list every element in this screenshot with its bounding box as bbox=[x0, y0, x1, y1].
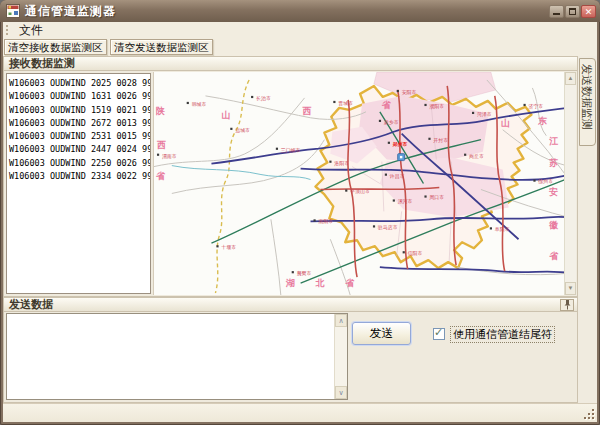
svg-text:西: 西 bbox=[302, 106, 312, 116]
svg-text:平顶山市: 平顶山市 bbox=[350, 188, 370, 194]
svg-text:江: 江 bbox=[548, 136, 558, 146]
menu-bar: 文件 bbox=[3, 22, 597, 39]
svg-text:南阳市: 南阳市 bbox=[318, 218, 333, 225]
map-scrollbar[interactable]: ▲ ▼ bbox=[564, 72, 576, 295]
client-area: 文件 清空接收数据监测区 清空发送数据监测区 接收数据监测 W106003 OU… bbox=[3, 22, 597, 422]
svg-text:三门峡市: 三门峡市 bbox=[281, 147, 301, 153]
svg-text:陕: 陕 bbox=[156, 106, 165, 116]
svg-text:洛阳市: 洛阳市 bbox=[334, 160, 349, 167]
svg-text:襄樊市: 襄樊市 bbox=[297, 270, 312, 277]
receive-line[interactable]: W106003 OUDWIND 2672 0013 99 bbox=[9, 117, 150, 130]
receive-panel-body: W106003 OUDWIND 2025 0028 99W106003 OUDW… bbox=[3, 71, 578, 297]
svg-text:周口市: 周口市 bbox=[429, 194, 444, 201]
pin-button[interactable] bbox=[560, 299, 574, 311]
send-panel-caption: 发送数据 bbox=[3, 297, 578, 312]
send-panel-body: ∧ ∨ 发送 ✓ 使用通信管道结尾符 bbox=[3, 312, 578, 403]
map-panel: 山西省陕西省山东江苏湖北省安徽省韩城市长治市晋城市运城市渭南市三门峡市洛阳市郑州… bbox=[153, 72, 576, 295]
receive-line[interactable]: W106003 OUDWIND 2250 0026 99 bbox=[9, 157, 150, 170]
send-monitor-tab-label: 发送数据监测 bbox=[579, 64, 594, 144]
pin-icon bbox=[563, 300, 572, 310]
receive-line[interactable]: W106003 OUDWIND 2447 0024 99 bbox=[9, 143, 150, 156]
svg-text:安: 安 bbox=[548, 187, 558, 197]
svg-text:湖: 湖 bbox=[286, 278, 295, 288]
svg-text:济宁市: 济宁市 bbox=[528, 103, 543, 110]
send-input[interactable] bbox=[7, 314, 334, 399]
svg-text:省: 省 bbox=[382, 100, 392, 110]
receive-line[interactable]: W106003 OUDWIND 1631 0026 99 bbox=[9, 90, 150, 103]
scroll-down-icon[interactable]: ∨ bbox=[335, 386, 347, 399]
svg-text:渭南市: 渭南市 bbox=[162, 153, 177, 160]
menu-item-file[interactable]: 文件 bbox=[11, 22, 51, 39]
minimize-button[interactable] bbox=[549, 5, 564, 18]
svg-text:新乡市: 新乡市 bbox=[384, 119, 399, 125]
receive-line[interactable]: W106003 OUDWIND 1519 0021 99 bbox=[9, 104, 150, 117]
henan-map-image: 山西省陕西省山东江苏湖北省安徽省韩城市长治市晋城市运城市渭南市三门峡市洛阳市郑州… bbox=[154, 72, 576, 295]
close-button[interactable]: ✕ bbox=[581, 5, 596, 18]
svg-text:山: 山 bbox=[501, 118, 510, 128]
title-bar[interactable]: 通信管道监测器 ✕ bbox=[0, 0, 600, 22]
resize-grip[interactable] bbox=[583, 408, 595, 420]
svg-text:许昌市: 许昌市 bbox=[389, 173, 405, 179]
status-bar bbox=[3, 403, 597, 422]
send-panel-title: 发送数据 bbox=[9, 298, 53, 310]
send-button[interactable]: 发送 bbox=[352, 322, 411, 345]
svg-text:东: 东 bbox=[537, 116, 547, 126]
svg-text:省: 省 bbox=[549, 251, 559, 261]
svg-text:省: 省 bbox=[156, 171, 166, 181]
svg-text:濮阳市: 濮阳市 bbox=[429, 103, 444, 110]
tool-bar: 清空接收数据监测区 清空发送数据监测区 bbox=[3, 39, 597, 56]
receive-line[interactable]: W106003 OUDWIND 2334 0022 99 bbox=[9, 170, 150, 183]
receive-panel-caption: 接收数据监测 bbox=[3, 56, 578, 71]
receive-line[interactable]: W106003 OUDWIND 2531 0015 99 bbox=[9, 130, 150, 143]
svg-text:徽: 徽 bbox=[548, 220, 559, 230]
svg-text:北: 北 bbox=[314, 278, 325, 288]
svg-text:驻马店市: 驻马店市 bbox=[378, 224, 398, 231]
dock-area: 接收数据监测 W106003 OUDWIND 2025 0028 99W1060… bbox=[3, 56, 597, 403]
maximize-button[interactable] bbox=[565, 5, 580, 18]
svg-text:苏: 苏 bbox=[548, 158, 558, 168]
clear-send-button[interactable]: 清空发送数据监测区 bbox=[110, 39, 213, 55]
svg-text:省: 省 bbox=[345, 278, 355, 288]
svg-text:阜阳市: 阜阳市 bbox=[495, 226, 510, 233]
scroll-up-icon[interactable]: ∧ bbox=[335, 314, 347, 327]
svg-text:郑州市: 郑州市 bbox=[392, 141, 408, 147]
svg-text:徐州市: 徐州市 bbox=[537, 178, 553, 185]
svg-text:商丘市: 商丘市 bbox=[469, 153, 484, 159]
svg-text:晋城市: 晋城市 bbox=[338, 100, 353, 106]
svg-text:韩城市: 韩城市 bbox=[192, 101, 207, 107]
receive-panel-title: 接收数据监测 bbox=[9, 57, 75, 69]
send-panel: 发送数据 ∧ ∨ bbox=[3, 297, 578, 403]
terminator-checkbox[interactable]: ✓ bbox=[433, 328, 445, 340]
svg-text:菏泽市: 菏泽市 bbox=[477, 111, 492, 118]
send-textbox-frame: ∧ ∨ bbox=[6, 313, 348, 400]
dock-tab-strip: 发送数据监测 bbox=[578, 56, 597, 403]
receive-panel: 接收数据监测 W106003 OUDWIND 2025 0028 99W1060… bbox=[3, 56, 578, 297]
svg-text:运城市: 运城市 bbox=[235, 127, 250, 133]
svg-text:山: 山 bbox=[221, 110, 230, 120]
send-monitor-tab[interactable]: 发送数据监测 bbox=[579, 58, 596, 146]
svg-text:漯河市: 漯河市 bbox=[398, 198, 413, 205]
svg-text:信阳市: 信阳市 bbox=[408, 250, 423, 257]
send-input-scrollbar[interactable]: ∧ ∨ bbox=[334, 314, 347, 399]
svg-text:长治市: 长治市 bbox=[256, 95, 271, 102]
svg-text:西: 西 bbox=[156, 140, 166, 150]
scroll-up-icon[interactable]: ▲ bbox=[565, 72, 576, 85]
menu-grip bbox=[6, 25, 8, 36]
window-title: 通信管道监测器 bbox=[25, 3, 116, 20]
receive-listbox[interactable]: W106003 OUDWIND 2025 0028 99W106003 OUDW… bbox=[6, 73, 151, 294]
svg-text:十堰市: 十堰市 bbox=[221, 244, 236, 250]
svg-text:开封市: 开封市 bbox=[433, 137, 448, 143]
receive-line[interactable]: W106003 OUDWIND 2025 0028 99 bbox=[9, 77, 150, 90]
terminator-checkbox-label[interactable]: 使用通信管道结尾符 bbox=[450, 326, 555, 343]
scroll-down-icon[interactable]: ▼ bbox=[565, 282, 576, 295]
clear-receive-button[interactable]: 清空接收数据监测区 bbox=[4, 39, 107, 55]
app-icon bbox=[6, 4, 20, 18]
svg-text:安阳市: 安阳市 bbox=[402, 89, 417, 96]
app-window: 通信管道监测器 ✕ 文件 清空接收数据监测区 清空发送数据监测区 接收数据监测 … bbox=[0, 0, 600, 425]
check-icon: ✓ bbox=[434, 326, 443, 339]
